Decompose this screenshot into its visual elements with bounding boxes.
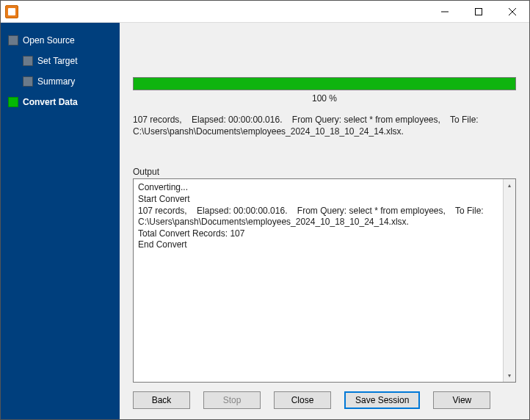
step-set-target[interactable]: Set Target xyxy=(1,51,120,71)
output-log[interactable]: Converting... Start Convert 107 records,… xyxy=(134,179,503,382)
maximize-button[interactable] xyxy=(462,1,495,23)
close-window-button[interactable] xyxy=(495,1,529,23)
step-box-icon xyxy=(8,97,18,107)
conversion-summary: 107 records, Elapsed: 00:00:00.016. From… xyxy=(133,114,516,137)
step-convert-data[interactable]: Convert Data xyxy=(1,92,120,112)
app-icon xyxy=(5,5,18,18)
step-label: Summary xyxy=(37,76,75,87)
stop-button: Stop xyxy=(203,391,261,409)
step-label: Open Source xyxy=(23,35,75,46)
progress-percent: 100 % xyxy=(133,93,516,104)
titlebar xyxy=(1,1,529,23)
step-open-source[interactable]: Open Source xyxy=(1,30,120,51)
step-box-icon xyxy=(8,35,18,46)
scroll-up-icon[interactable]: ▴ xyxy=(504,179,515,192)
view-button[interactable]: View xyxy=(433,391,490,409)
step-box-icon xyxy=(23,76,33,87)
output-label: Output xyxy=(133,167,516,177)
step-summary[interactable]: Summary xyxy=(1,71,120,92)
svg-rect-1 xyxy=(476,8,482,15)
output-box: Converting... Start Convert 107 records,… xyxy=(133,178,516,383)
step-label: Convert Data xyxy=(23,97,78,107)
step-label: Set Target xyxy=(37,56,77,66)
progress-bar xyxy=(133,77,516,90)
content-area: 100 % 107 records, Elapsed: 00:00:00.016… xyxy=(120,23,529,419)
minimize-button[interactable] xyxy=(428,1,462,23)
output-scrollbar[interactable]: ▴ ▾ xyxy=(503,179,515,382)
close-button[interactable]: Close xyxy=(274,391,331,409)
back-button[interactable]: Back xyxy=(133,391,190,409)
scroll-down-icon[interactable]: ▾ xyxy=(504,369,515,382)
step-box-icon xyxy=(23,56,33,66)
button-bar: Back Stop Close Save Session View xyxy=(120,383,529,419)
wizard-sidebar: Open Source Set Target Summary Convert D… xyxy=(1,23,120,419)
save-session-button[interactable]: Save Session xyxy=(344,391,420,409)
